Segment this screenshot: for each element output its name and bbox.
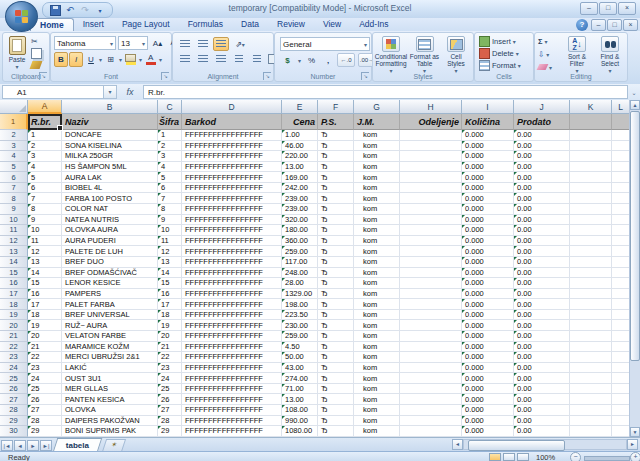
cell-F4[interactable]: Ђ [318,151,354,162]
cell-K9[interactable] [570,204,612,215]
cell-H18[interactable] [400,299,462,310]
cell-I29[interactable]: 0.000 [462,416,514,427]
cell-B6[interactable]: AURA LAK [62,172,158,183]
cell-D11[interactable]: FFFFFFFFFFFFFFFFF [182,225,282,236]
cell-A26[interactable]: 25 [28,384,62,395]
cell-C23[interactable]: 22 [158,352,182,363]
prev-sheet-button[interactable]: ◄ [14,440,26,451]
cell-C12[interactable]: 11 [158,236,182,247]
cell-L30[interactable] [612,426,630,437]
cell-I7[interactable]: 0.000 [462,183,514,194]
cell-L29[interactable] [612,416,630,427]
cell-I21[interactable]: 0.000 [462,331,514,342]
cell-E5[interactable]: 13.00 [282,162,318,173]
cell-B15[interactable]: BREF ODMAŠĆIVAČ [62,268,158,279]
row-header-8[interactable]: 8 [0,193,28,204]
cell-K3[interactable] [570,141,612,152]
cell-L12[interactable] [612,236,630,247]
cell-B5[interactable]: HS ŠAMPON 5ML [62,162,158,173]
cell-B11[interactable]: OLOVKA AURA [62,225,158,236]
cell-D19[interactable]: FFFFFFFFFFFFFFFFF [182,310,282,321]
cell-C24[interactable]: 23 [158,363,182,374]
cell-K23[interactable] [570,352,612,363]
normal-view-button[interactable] [489,453,501,461]
cell-L18[interactable] [612,299,630,310]
row-header-13[interactable]: 13 [0,246,28,257]
horizontal-scroll-thumb[interactable] [468,440,565,451]
number-format-combo[interactable]: General▾ [280,37,370,51]
cell-B1[interactable]: Naziv [62,114,158,130]
cell-A19[interactable]: 18 [28,310,62,321]
cell-C25[interactable]: 24 [158,373,182,384]
cell-G10[interactable]: kom [354,215,400,226]
cell-J6[interactable]: 0.00 [514,172,570,183]
cell-H10[interactable] [400,215,462,226]
column-header-G[interactable]: G [354,100,400,114]
cell-G7[interactable]: kom [354,183,400,194]
cell-C21[interactable]: 20 [158,331,182,342]
font-color-button[interactable]: A [143,52,158,67]
cell-G18[interactable]: kom [354,299,400,310]
cell-E16[interactable]: 28.00 [282,278,318,289]
cell-E26[interactable]: 71.00 [282,384,318,395]
cell-B30[interactable]: BONI SUPRIMS PAK [62,426,158,437]
cell-C16[interactable]: 15 [158,278,182,289]
cell-F28[interactable]: Ђ [318,405,354,416]
row-header-28[interactable]: 28 [0,405,28,416]
cell-E18[interactable]: 198.00 [282,299,318,310]
cell-H28[interactable] [400,405,462,416]
help-button[interactable]: ? [576,19,588,31]
cell-C8[interactable]: 7 [158,193,182,204]
workbook-minimize-button[interactable]: ‒ [591,19,606,31]
cell-F1[interactable]: P.S. [318,114,354,130]
cell-G20[interactable]: kom [354,320,400,331]
currency-button[interactable]: $ [280,53,295,67]
cell-E28[interactable]: 108.00 [282,405,318,416]
cell-C7[interactable]: 6 [158,183,182,194]
align-center-icon[interactable] [195,52,211,66]
cell-I26[interactable]: 0.000 [462,384,514,395]
cell-G21[interactable]: kom [354,331,400,342]
cell-C11[interactable]: 10 [158,225,182,236]
cell-E22[interactable]: 4.50 [282,342,318,353]
cell-A30[interactable]: 29 [28,426,62,437]
grow-font-button[interactable]: A▴ [150,36,165,50]
cell-B10[interactable]: NATEA NUTRIS [62,215,158,226]
cell-E30[interactable]: 1080.00 [282,426,318,437]
cell-I10[interactable]: 0.000 [462,215,514,226]
ribbon-tab-add-ins[interactable]: Add-Ins [350,18,397,31]
cell-L22[interactable] [612,342,630,353]
restore-button[interactable]: □ [599,2,617,15]
borders-button[interactable]: ⊞ [103,52,118,67]
cell-G1[interactable]: J.M. [354,114,400,130]
next-sheet-button[interactable]: ► [27,440,39,451]
cell-H22[interactable] [400,342,462,353]
cell-H27[interactable] [400,394,462,405]
clear-button[interactable]: ▾ [538,61,552,73]
increase-indent-icon[interactable] [249,52,265,66]
row-header-30[interactable]: 30 [0,426,28,437]
cell-J12[interactable]: 0.00 [514,236,570,247]
cell-A11[interactable]: 10 [28,225,62,236]
cell-F19[interactable]: Ђ [318,310,354,321]
cell-A6[interactable]: 5 [28,172,62,183]
column-header-D[interactable]: D [182,100,282,114]
conditional-formatting-button[interactable]: Conditional Formatting▾ [374,36,408,75]
cell-C18[interactable]: 17 [158,299,182,310]
cell-D8[interactable]: FFFFFFFFFFFFFFFFF [182,193,282,204]
cell-K13[interactable] [570,246,612,257]
cell-F27[interactable]: Ђ [318,394,354,405]
cell-B27[interactable]: PANTEN KESICA [62,394,158,405]
close-button[interactable]: × [618,2,636,15]
row-header-15[interactable]: 15 [0,268,28,279]
cell-E17[interactable]: 1329.00 [282,289,318,300]
cell-E25[interactable]: 274.00 [282,373,318,384]
cell-H8[interactable] [400,193,462,204]
cell-G16[interactable]: kom [354,278,400,289]
delete-cells-button[interactable]: Delete▾ [479,47,521,59]
cell-D29[interactable]: FFFFFFFFFFFFFFFFF [182,416,282,427]
sheet-tab-tabela[interactable]: tabela [53,438,103,452]
cell-A23[interactable]: 22 [28,352,62,363]
cell-H26[interactable] [400,384,462,395]
cell-B2[interactable]: DONCAFE [62,130,158,141]
